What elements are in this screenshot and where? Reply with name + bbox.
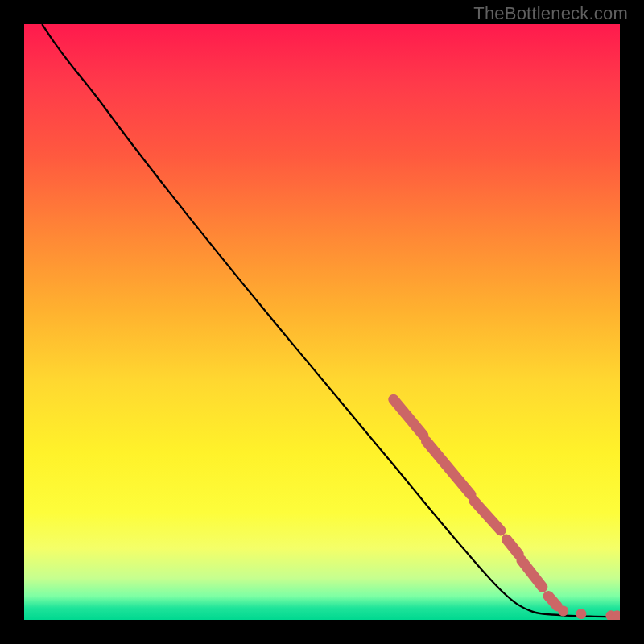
watermark-text: TheBottleneck.com [473, 3, 628, 24]
curve-line [42, 24, 620, 617]
highlight-segment [522, 560, 543, 587]
highlight-segment [474, 501, 501, 530]
chart-svg [24, 24, 620, 620]
highlight-dot [558, 605, 568, 616]
highlight-layer [394, 399, 620, 620]
highlight-segment [506, 539, 518, 555]
highlight-segment [427, 441, 472, 495]
highlight-segment [548, 596, 557, 606]
line-curve [42, 24, 620, 617]
highlight-dot [576, 609, 586, 619]
highlight-segment [394, 399, 423, 435]
chart-frame: TheBottleneck.com [0, 0, 644, 644]
plot-area [24, 24, 620, 620]
